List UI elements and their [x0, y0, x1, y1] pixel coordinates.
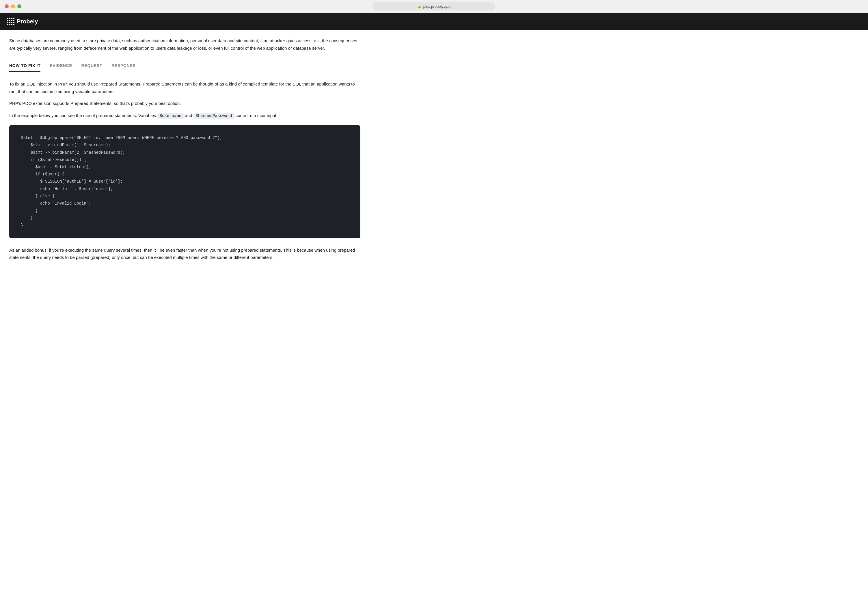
fix-paragraph-4: As an added bonus, if you're executing t…: [9, 247, 360, 261]
fix-paragraph-2: PHP's PDO extension supports Prepared St…: [9, 100, 360, 107]
maximize-button[interactable]: [17, 4, 21, 8]
address-bar[interactable]: 🔒 plus.probely.app: [373, 2, 495, 10]
fix-paragraph-3: In the example below you can see the use…: [9, 112, 360, 120]
close-button[interactable]: [4, 4, 9, 8]
minimize-button[interactable]: [11, 4, 15, 8]
intro-paragraph: Since databases are commonly used to sto…: [9, 37, 360, 52]
logo-grid-icon: [7, 18, 15, 25]
how-to-fix-section: To fix an SQL Injection in PHP, you shou…: [9, 80, 360, 261]
tab-response[interactable]: RESPONSE: [111, 60, 136, 72]
paragraph3-before: In the example below you can see the use…: [9, 113, 156, 118]
paragraph3-middle: and: [185, 113, 192, 118]
lock-icon: 🔒: [418, 4, 422, 8]
fix-paragraph-1: To fix an SQL Injection in PHP, you shou…: [9, 80, 360, 95]
url-text: plus.probely.app: [423, 4, 450, 9]
tabs-container: HOW TO FIX IT EVIDENCE REQUEST RESPONSE: [9, 60, 360, 72]
paragraph3-after: come from user input.: [236, 113, 278, 118]
titlebar: 🔒 plus.probely.app: [0, 0, 868, 13]
tab-how-to-fix-it[interactable]: HOW TO FIX IT: [9, 60, 40, 72]
var1-code: $username: [157, 113, 184, 119]
traffic-lights: [4, 4, 21, 8]
var2-code: $hashedPassword: [193, 113, 235, 119]
logo[interactable]: Probely: [7, 18, 38, 25]
code-block: $stmt = $dbg->prepare("SELECT id, name F…: [9, 125, 360, 238]
tab-request[interactable]: REQUEST: [81, 60, 102, 72]
main-content: Since databases are commonly used to sto…: [0, 30, 370, 274]
code-content: $stmt = $dbg->prepare("SELECT id, name F…: [21, 135, 349, 229]
logo-text: Probely: [17, 18, 38, 25]
navbar: Probely: [0, 13, 868, 30]
tab-evidence[interactable]: EVIDENCE: [50, 60, 72, 72]
